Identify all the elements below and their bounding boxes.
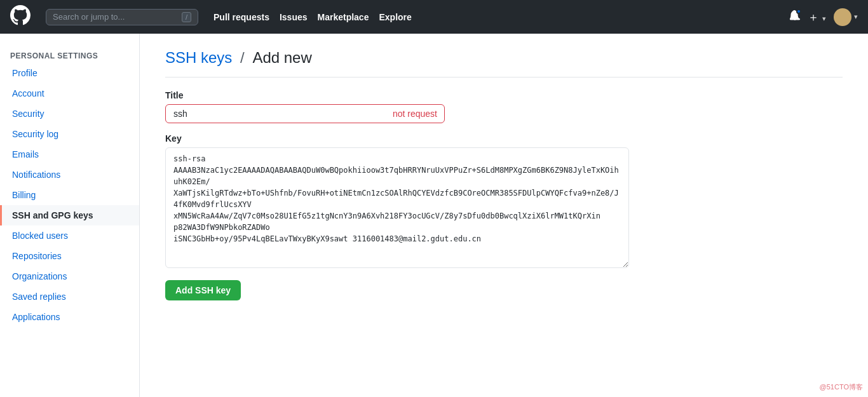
- sidebar-item-security-log[interactable]: Security log: [0, 124, 139, 144]
- nav-issues[interactable]: Issues: [280, 12, 308, 22]
- avatar[interactable]: [834, 8, 851, 26]
- title-input-row: not request: [165, 104, 445, 123]
- search-input[interactable]: [53, 12, 177, 22]
- sidebar-item-billing[interactable]: Billing: [0, 185, 139, 205]
- caret-icon: ▾: [822, 15, 826, 22]
- navbar: / Pull requests Issues Marketplace Explo…: [0, 0, 868, 34]
- sidebar-item-applications[interactable]: Applications: [0, 307, 139, 327]
- page-header: SSH keys / Add new: [165, 49, 843, 77]
- add-icon[interactable]: ＋ ▾: [808, 10, 826, 25]
- sidebar-item-organizations[interactable]: Organizations: [0, 266, 139, 286]
- avatar-caret-icon: ▾: [854, 13, 858, 21]
- notifications-icon[interactable]: [790, 10, 800, 24]
- title-form-group: Title not request: [165, 90, 843, 123]
- sidebar-item-ssh-gpg[interactable]: SSH and GPG keys: [0, 205, 139, 225]
- breadcrumb-separator: /: [240, 49, 248, 66]
- breadcrumb-current: Add new: [252, 49, 311, 66]
- add-ssh-key-button[interactable]: Add SSH key: [165, 280, 241, 300]
- nav-marketplace[interactable]: Marketplace: [318, 12, 369, 22]
- sidebar-item-saved-replies[interactable]: Saved replies: [0, 286, 139, 307]
- sidebar-item-repositories[interactable]: Repositories: [0, 246, 139, 266]
- key-textarea[interactable]: ssh-rsa AAAAB3NzaC1yc2EAAAADAQABAABAQDuW…: [165, 147, 629, 268]
- title-label: Title: [165, 90, 843, 100]
- sidebar-item-account[interactable]: Account: [0, 83, 139, 104]
- key-form-group: Key ssh-rsa AAAAB3NzaC1yc2EAAAADAQABAABA…: [165, 133, 843, 270]
- ssh-keys-link[interactable]: SSH keys: [165, 49, 232, 66]
- sidebar: Personal settings Profile Account Securi…: [0, 34, 140, 397]
- sidebar-item-security[interactable]: Security: [0, 104, 139, 124]
- key-label: Key: [165, 133, 843, 144]
- nav-links: Pull requests Issues Marketplace Explore: [214, 12, 412, 22]
- nav-explore[interactable]: Explore: [379, 12, 411, 22]
- watermark: @51CTO博客: [820, 382, 863, 392]
- navbar-right: ＋ ▾ ▾: [790, 8, 858, 26]
- sidebar-item-notifications[interactable]: Notifications: [0, 165, 139, 185]
- slash-icon: /: [182, 12, 191, 22]
- notification-dot: [796, 9, 801, 14]
- main-content: SSH keys / Add new Title not request Key…: [140, 34, 868, 397]
- github-logo-icon[interactable]: [10, 5, 31, 29]
- nav-pull-requests[interactable]: Pull requests: [214, 12, 269, 22]
- avatar-area[interactable]: ▾: [834, 8, 858, 26]
- page-wrapper: Personal settings Profile Account Securi…: [0, 34, 868, 397]
- sidebar-item-profile[interactable]: Profile: [0, 63, 139, 83]
- sidebar-item-emails[interactable]: Emails: [0, 144, 139, 165]
- search-bar[interactable]: /: [46, 9, 198, 25]
- sidebar-heading: Personal settings: [0, 46, 139, 63]
- sidebar-item-blocked-users[interactable]: Blocked users: [0, 225, 139, 246]
- title-input[interactable]: [165, 104, 445, 123]
